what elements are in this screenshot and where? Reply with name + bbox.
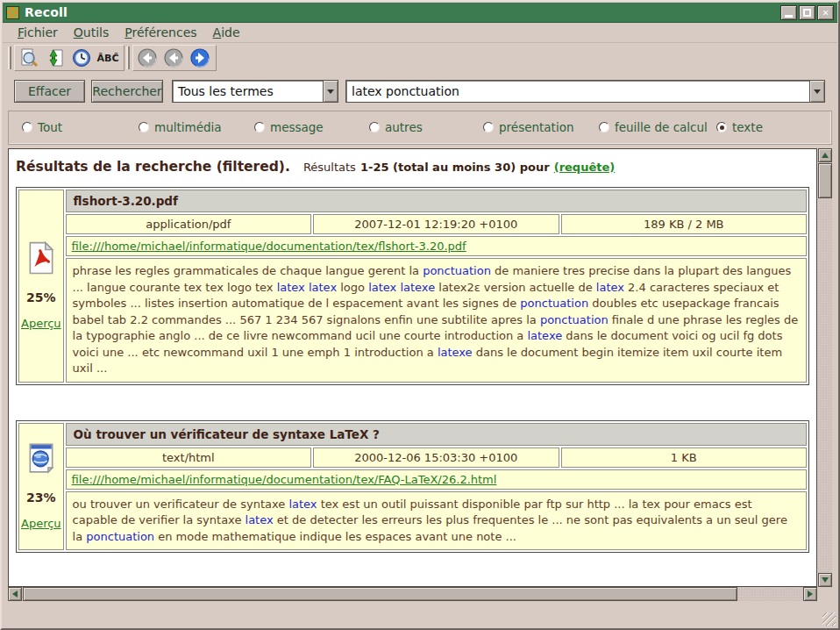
result-url-link[interactable]: file:///home/michael/informatique/docume… <box>72 473 497 486</box>
previous-page-arrow-icon <box>163 47 184 68</box>
result-url-cell: file:///home/michael/informatique/docume… <box>66 469 807 490</box>
results-view: Résultats de la recherche (filtered). Ré… <box>8 148 817 587</box>
toolbar-handle[interactable] <box>126 47 130 69</box>
result-side-cell: 23%Aperçu <box>18 423 64 551</box>
close-button[interactable]: ✕ <box>817 5 834 20</box>
document-preview-button[interactable] <box>17 47 41 69</box>
menu-aide[interactable]: Aide <box>205 24 248 41</box>
result-title: Où trouver un vérificateur de syntaxe La… <box>66 423 807 446</box>
recoll-window: Recoll ✕ Fichier Outils Préférences Aide <box>0 0 840 630</box>
filter-label: Tout <box>38 120 62 134</box>
first-page-arrow-icon <box>137 47 158 68</box>
vertical-scrollbar[interactable] <box>818 148 832 587</box>
result-mime-type: application/pdf <box>66 214 311 234</box>
window-title: Recoll <box>25 5 775 19</box>
preview-link[interactable]: Aperçu <box>21 517 61 530</box>
filter-bar: Toutmultimédiamessageautresprésentationf… <box>8 111 832 145</box>
menu-outils[interactable]: Outils <box>66 24 117 41</box>
search-mode-dropdown-button[interactable] <box>323 81 338 102</box>
result-url-link[interactable]: file:///home/michael/informatique/docume… <box>72 240 466 253</box>
filter-radio-présentation[interactable]: présentation <box>483 120 573 134</box>
next-page-button[interactable] <box>188 47 212 69</box>
radio-icon <box>369 122 380 132</box>
scroll-right-button[interactable] <box>803 587 817 601</box>
result-date: 2000-12-06 15:03:30 +0100 <box>313 447 559 468</box>
filter-label: autres <box>385 120 423 134</box>
scroll-down-button[interactable] <box>818 573 832 587</box>
filter-radio-autres[interactable]: autres <box>369 120 423 134</box>
filter-radio-message[interactable]: message <box>254 120 324 134</box>
results-range: 1-25 (total au moins 30) pour <box>360 161 550 174</box>
filter-label: présentation <box>499 120 573 134</box>
toolbar-group-tools: ÂBĈ <box>14 45 125 71</box>
scroll-up-button[interactable] <box>818 148 832 162</box>
results-label: Résultats <box>303 161 356 174</box>
scroll-left-button[interactable] <box>8 587 22 601</box>
query-link[interactable]: (requête) <box>554 161 616 174</box>
result-url-cell: file:///home/michael/informatique/docume… <box>66 236 807 256</box>
query-history-dropdown-button[interactable] <box>809 81 824 102</box>
radio-icon <box>139 122 149 132</box>
term-explorer-button[interactable]: ÂBĈ <box>96 47 120 69</box>
minimize-button[interactable] <box>780 5 797 20</box>
results-list: 25%Aperçuflshort-3.20.pdfapplication/pdf… <box>14 187 811 553</box>
highlighted-term: latex <box>246 513 274 526</box>
recoll-app-icon <box>6 6 19 19</box>
search-button[interactable]: Rechercher <box>91 80 163 103</box>
preview-link[interactable]: Aperçu <box>21 317 61 330</box>
titlebar[interactable]: Recoll ✕ <box>3 3 837 23</box>
snippet-text: logo <box>337 281 368 294</box>
resize-grip[interactable] <box>822 612 836 626</box>
horizontal-scrollbar[interactable] <box>8 587 817 601</box>
filter-label: multimédia <box>154 120 222 134</box>
filter-radio-multimédia[interactable]: multimédia <box>139 120 222 134</box>
filter-label: message <box>270 120 324 134</box>
arrow-right-icon <box>808 591 813 598</box>
result-size: 189 KB / 2 MB <box>561 214 808 234</box>
highlighted-term: ponctuation <box>423 264 491 277</box>
radio-icon <box>716 122 727 132</box>
highlighted-term: latex <box>596 281 624 294</box>
minimize-icon <box>785 15 793 18</box>
chevron-down-icon <box>814 89 821 94</box>
snippet-text: latex2ε version actuelle de <box>435 281 596 294</box>
search-input[interactable] <box>346 81 809 102</box>
filter-label: texte <box>732 120 763 134</box>
filter-radio-feuille-de-calcul[interactable]: feuille de calcul <box>599 120 708 134</box>
relevance-percent: 25% <box>21 290 61 304</box>
clear-button[interactable]: Effacer <box>14 80 85 103</box>
highlighted-term: ponctuation <box>540 313 609 326</box>
vertical-scrollbar-thumb[interactable] <box>818 163 832 198</box>
filter-radio-tout[interactable]: Tout <box>22 120 62 134</box>
document-update-button[interactable] <box>43 47 68 69</box>
snippet-text: ou trouver un verificateur de syntaxe <box>73 498 289 511</box>
result-date: 2007-12-01 12:19:20 +0100 <box>313 214 559 234</box>
snippet-text: en mode mathematique indique les espaces… <box>154 530 516 543</box>
menubar: Fichier Outils Préférences Aide <box>3 23 837 43</box>
radio-icon <box>22 122 32 132</box>
maximize-icon <box>803 9 811 17</box>
highlighted-term: ponctuation <box>520 297 588 310</box>
term-explorer-abc-icon: ÂBĈ <box>97 53 119 64</box>
chevron-down-icon <box>327 89 334 94</box>
filter-label: feuille de calcul <box>615 120 708 134</box>
results-title: Résultats de la recherche (filtered). <box>16 159 290 175</box>
result-snippet: ou trouver un verificateur de syntaxe la… <box>66 491 807 551</box>
filter-radio-texte[interactable]: texte <box>716 120 763 134</box>
maximize-button[interactable] <box>799 5 815 20</box>
result-title: flshort-3.20.pdf <box>66 190 807 212</box>
previous-page-button[interactable] <box>161 47 186 69</box>
toolbar-group-navigation <box>132 45 217 71</box>
radio-icon <box>483 122 494 132</box>
relevance-percent: 23% <box>21 490 61 505</box>
menu-fichier[interactable]: Fichier <box>10 24 66 41</box>
toolbar-handle[interactable] <box>8 47 11 69</box>
result-mime-type: text/html <box>66 447 311 468</box>
horizontal-scrollbar-thumb[interactable] <box>23 587 737 601</box>
first-page-button[interactable] <box>135 47 160 69</box>
result-size: 1 KB <box>561 447 808 468</box>
highlighted-term: latex latexe <box>368 281 435 294</box>
menu-preferences[interactable]: Préférences <box>117 24 204 41</box>
search-mode-select[interactable]: Tous les termes <box>172 80 338 103</box>
history-button[interactable] <box>69 47 94 69</box>
